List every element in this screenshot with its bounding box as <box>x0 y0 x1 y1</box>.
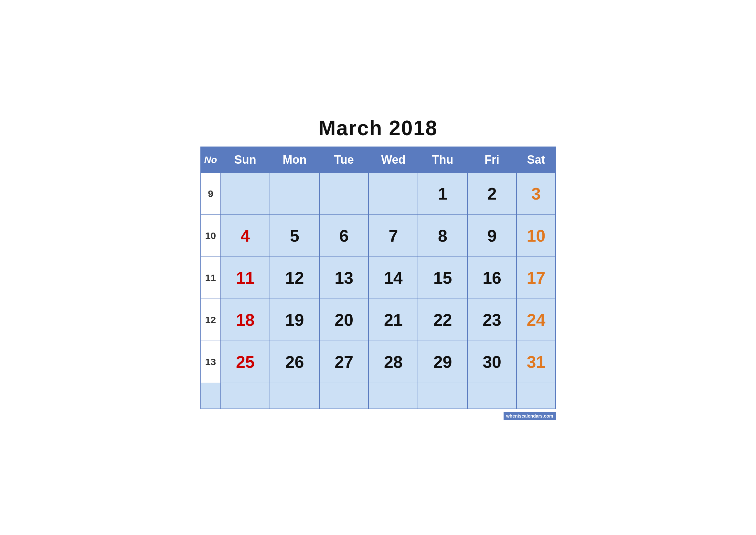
header-tue: Tue <box>319 147 369 173</box>
day-cell: 25 <box>221 341 270 383</box>
week-number: 10 <box>201 215 221 257</box>
extra-cell <box>517 383 555 409</box>
day-cell: 29 <box>418 341 467 383</box>
header-fri: Fri <box>467 147 517 173</box>
week-number: 11 <box>201 257 221 299</box>
extra-cell <box>319 383 369 409</box>
week-row: 1045678910 <box>201 215 555 257</box>
extra-cell <box>418 383 467 409</box>
day-cell: 21 <box>368 299 418 341</box>
day-cell: 31 <box>517 341 555 383</box>
extra-row <box>201 383 555 409</box>
day-cell: 13 <box>319 257 369 299</box>
day-cell: 23 <box>467 299 517 341</box>
header-wed: Wed <box>368 147 418 173</box>
calendar-title: March 2018 <box>201 116 556 140</box>
day-cell: 30 <box>467 341 517 383</box>
day-cell <box>368 173 418 215</box>
day-cell: 6 <box>319 215 369 257</box>
day-cell: 12 <box>270 257 319 299</box>
header-thu: Thu <box>418 147 467 173</box>
day-cell <box>319 173 369 215</box>
week-row: 1325262728293031 <box>201 341 555 383</box>
extra-cell <box>368 383 418 409</box>
calendar-wrapper: March 2018 No Sun Mon Tue Wed Thu Fri Sa… <box>201 116 556 419</box>
header-row: No Sun Mon Tue Wed Thu Fri Sat <box>201 147 555 173</box>
week-row: 9123 <box>201 173 555 215</box>
week-number: 13 <box>201 341 221 383</box>
day-cell: 26 <box>270 341 319 383</box>
day-cell <box>270 173 319 215</box>
week-number: 12 <box>201 299 221 341</box>
week-row: 1111121314151617 <box>201 257 555 299</box>
day-cell: 5 <box>270 215 319 257</box>
day-cell <box>221 173 270 215</box>
header-sat: Sat <box>517 147 555 173</box>
day-cell: 15 <box>418 257 467 299</box>
watermark-link[interactable]: wheniscalendars.com <box>503 412 556 420</box>
day-cell: 28 <box>368 341 418 383</box>
calendar-body: 9123104567891011111213141516171218192021… <box>201 173 555 409</box>
day-cell: 8 <box>418 215 467 257</box>
watermark: wheniscalendars.com <box>201 413 556 419</box>
day-cell: 3 <box>517 173 555 215</box>
header-mon: Mon <box>270 147 319 173</box>
extra-cell <box>467 383 517 409</box>
day-cell: 27 <box>319 341 369 383</box>
calendar-table: No Sun Mon Tue Wed Thu Fri Sat 912310456… <box>201 147 556 409</box>
week-number: 9 <box>201 173 221 215</box>
day-cell: 14 <box>368 257 418 299</box>
day-cell: 11 <box>221 257 270 299</box>
day-cell: 22 <box>418 299 467 341</box>
day-cell: 16 <box>467 257 517 299</box>
day-cell: 7 <box>368 215 418 257</box>
day-cell: 4 <box>221 215 270 257</box>
extra-cell <box>270 383 319 409</box>
header-no: No <box>201 147 221 173</box>
day-cell: 24 <box>517 299 555 341</box>
day-cell: 19 <box>270 299 319 341</box>
week-row: 1218192021222324 <box>201 299 555 341</box>
day-cell: 20 <box>319 299 369 341</box>
day-cell: 9 <box>467 215 517 257</box>
day-cell: 17 <box>517 257 555 299</box>
extra-cell <box>221 383 270 409</box>
extra-cell <box>201 383 221 409</box>
day-cell: 10 <box>517 215 555 257</box>
day-cell: 1 <box>418 173 467 215</box>
header-sun: Sun <box>221 147 270 173</box>
day-cell: 2 <box>467 173 517 215</box>
day-cell: 18 <box>221 299 270 341</box>
